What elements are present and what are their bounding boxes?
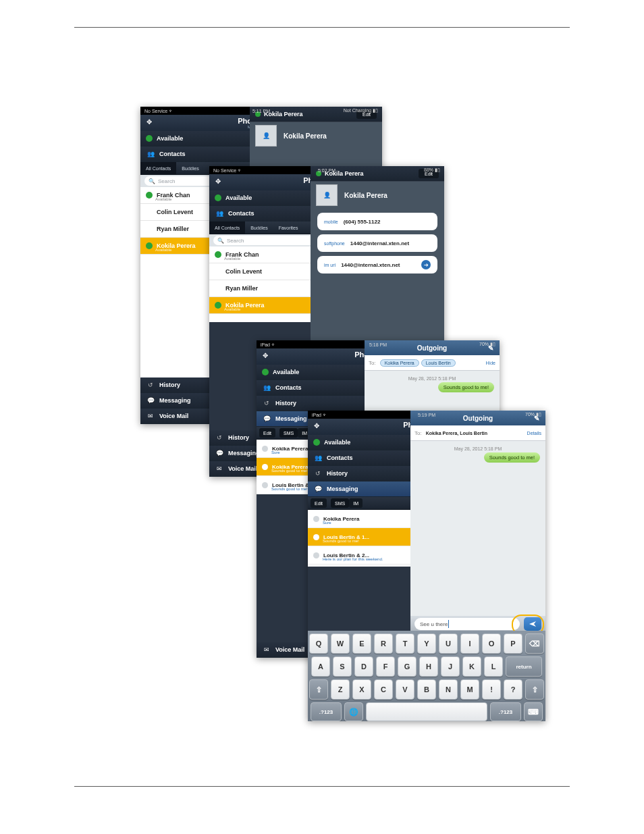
app-logo-icon: ✥ [144,117,154,126]
app-logo-icon: ✥ [261,350,270,360]
key[interactable]: R [374,633,393,654]
key[interactable]: P [504,633,522,654]
timestamp: May 28, 2012 5:18 PM [416,446,540,451]
contact-field[interactable]: softphone1440@internal.xten.net [317,234,437,252]
presence-dot-icon [146,242,153,249]
status-time: 5:02 PM [209,168,444,173]
key[interactable]: T [396,633,414,654]
contact-field[interactable]: im uri1440@internal.xten.net➔ [317,256,437,273]
key[interactable]: O [482,633,501,654]
key[interactable]: D [354,656,373,677]
presence-dot-icon [146,135,153,142]
key[interactable]: I [460,633,479,654]
contact-field-card: im uri1440@internal.xten.net➔ [317,256,437,273]
tab-buddies[interactable]: Buddies [176,162,204,174]
key[interactable]: X [352,679,371,700]
detail-big-name: Kokila Perera [284,132,327,140]
contact-field-card: mobile(604) 555-1122 [317,213,437,230]
messaging-icon: 💬 [215,448,224,458]
presence-dot-icon [215,251,221,258]
key[interactable]: M [460,679,479,700]
key[interactable]: E [352,633,371,654]
key[interactable]: ! [482,679,501,700]
presence-dot-icon [215,194,221,201]
app-logo-icon: ✥ [213,176,223,186]
im-tab[interactable]: IM [349,498,363,508]
tab-buddies[interactable]: Buddies [245,221,273,234]
sms-tab[interactable]: SMS [331,498,349,508]
hide-keyboard-key[interactable]: ⌨ [524,702,543,721]
key[interactable]: A [311,656,330,677]
thread-dot-icon [313,552,319,558]
key[interactable]: Q [309,633,328,654]
callout-lines [0,0,203,101]
presence-dot-icon [215,302,221,309]
numeric-key[interactable]: .?123 [490,702,521,721]
status-time: 5:19 PM [308,413,545,417]
contacts-icon: 👥 [146,149,155,159]
contacts-icon: 👥 [313,453,323,463]
globe-key[interactable]: 🌐 [344,702,363,721]
contacts-icon: 👥 [262,383,271,392]
key[interactable]: N [439,679,458,700]
tab-all-contacts[interactable]: All Contacts [209,221,245,234]
message-bubble: Sounds good to me! [438,382,494,392]
status-battery: Not Charging ▮▯ [344,108,378,113]
key[interactable]: L [484,656,503,677]
message-thread: May 28, 2012 5:18 PM Sounds good to me! [365,371,500,396]
send-button[interactable] [524,617,541,631]
key[interactable]: F [376,656,395,677]
details-button[interactable]: Details [527,431,541,436]
key[interactable]: K [462,656,481,677]
key[interactable]: J [441,656,460,677]
messaging-icon: 💬 [262,414,271,423]
message-thread: May 28, 2012 5:18 PM Sounds good to me! [410,441,545,598]
key[interactable]: U [439,633,458,654]
key[interactable]: B [417,679,436,700]
thread-dot-icon [262,446,268,452]
send-icon [529,620,537,628]
backspace-key[interactable]: ⌫ [525,633,544,654]
key[interactable]: ? [504,679,522,700]
cursor [448,620,449,628]
key[interactable]: Z [331,679,350,700]
key[interactable]: G [398,656,417,677]
page-top-rule [74,27,570,28]
voicemail-icon: ✉ [146,411,155,421]
edit-button[interactable]: Edit [311,498,327,508]
hide-button[interactable]: Hide [486,361,495,365]
message-bubble: Sounds good to me! [484,452,540,463]
app-logo-icon: ✥ [312,421,321,430]
key[interactable]: S [333,656,352,677]
recipient-pill[interactable]: Kokika Perera [380,359,419,367]
avatar: 👤 [255,125,277,147]
panel-messaging-compose: iPad ᯤ 5:19 PM 70% ▮▯ ✥ Phone Ready Myvo… [308,411,545,721]
space-key[interactable] [366,702,487,721]
status-battery: 88% ▮▯ [424,167,440,173]
tab-favorites[interactable]: Favorites [273,221,304,234]
avatar: 👤 [316,184,338,206]
messaging-icon: 💬 [146,396,155,405]
search-icon: 🔍 [149,178,155,184]
key[interactable]: W [331,633,350,654]
edit-button[interactable]: Edit [259,428,275,438]
sms-tab[interactable]: SMS [279,428,298,438]
to-line: To: Kokika Perera Louis Bertin Hide [365,355,500,371]
contact-field[interactable]: mobile(604) 555-1122 [317,213,437,230]
message-input[interactable]: See u there [414,618,520,630]
key[interactable]: Y [417,633,436,654]
key[interactable]: C [374,679,393,700]
numeric-key[interactable]: .?123 [311,702,342,721]
disclosure-icon[interactable]: ➔ [421,260,431,269]
history-icon: ↺ [215,433,224,442]
key[interactable]: V [396,679,414,700]
tab-all-contacts[interactable]: All Contacts [140,162,176,174]
return-key[interactable]: return [506,656,542,677]
recipient-pill[interactable]: Louis Bertin [421,359,456,367]
status-time: 5:18 PM [257,342,500,347]
shift-key[interactable]: ⇧ [309,679,328,700]
key[interactable]: H [419,656,438,677]
status-battery: 70% ▮▯ [525,412,541,417]
shift-key[interactable]: ⇧ [525,679,544,700]
avatar-row: 👤 Kokila Perera [250,122,382,149]
